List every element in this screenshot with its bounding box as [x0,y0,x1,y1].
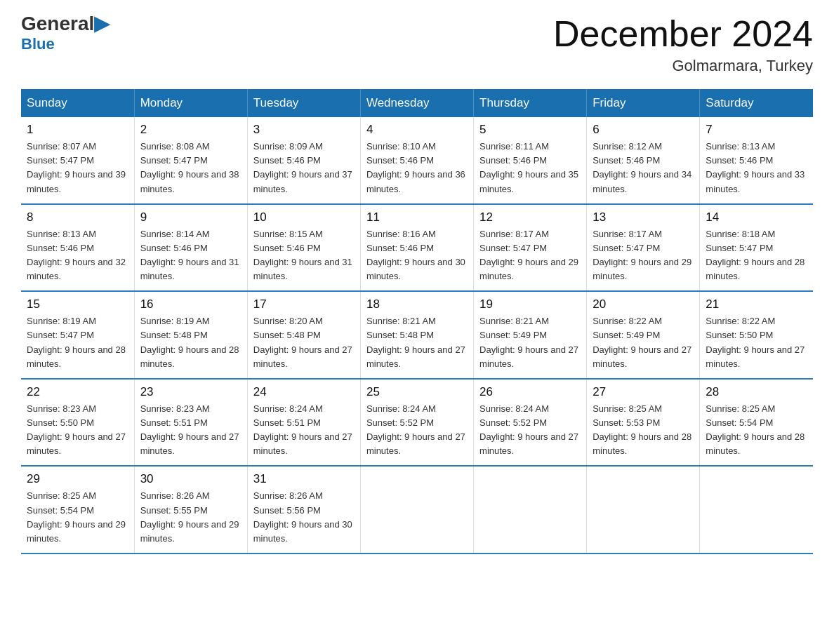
calendar-cell: 4Sunrise: 8:10 AMSunset: 5:46 PMDaylight… [360,117,473,204]
day-info: Sunrise: 8:14 AMSunset: 5:46 PMDaylight:… [140,227,241,284]
day-number: 14 [706,210,807,224]
logo-blue: Blue [21,35,55,53]
day-number: 15 [27,297,128,311]
week-row-5: 29Sunrise: 8:25 AMSunset: 5:54 PMDayligh… [21,466,813,554]
calendar-cell: 13Sunrise: 8:17 AMSunset: 5:47 PMDayligh… [587,204,700,292]
day-number: 4 [366,123,468,137]
header-wednesday: Wednesday [360,89,473,117]
calendar-cell: 25Sunrise: 8:24 AMSunset: 5:52 PMDayligh… [360,379,473,467]
day-number: 19 [479,297,581,311]
day-number: 23 [140,385,241,399]
day-info: Sunrise: 8:15 AMSunset: 5:46 PMDaylight:… [253,227,355,284]
header-friday: Friday [587,89,700,117]
day-number: 3 [253,123,355,137]
day-info: Sunrise: 8:13 AMSunset: 5:46 PMDaylight:… [27,227,128,284]
logo-general: General▶ [21,14,110,34]
logo: General▶ Blue [21,14,110,53]
calendar-cell [700,466,813,554]
day-info: Sunrise: 8:09 AMSunset: 5:46 PMDaylight:… [253,140,355,196]
day-info: Sunrise: 8:13 AMSunset: 5:46 PMDaylight:… [706,140,807,196]
calendar-cell [474,466,587,554]
calendar-table: SundayMondayTuesdayWednesdayThursdayFrid… [21,89,813,554]
day-info: Sunrise: 8:19 AMSunset: 5:48 PMDaylight:… [140,314,241,371]
day-number: 26 [479,385,581,399]
day-number: 24 [253,385,355,399]
week-row-4: 22Sunrise: 8:23 AMSunset: 5:50 PMDayligh… [21,379,813,467]
day-info: Sunrise: 8:21 AMSunset: 5:49 PMDaylight:… [479,314,581,371]
calendar-cell: 11Sunrise: 8:16 AMSunset: 5:46 PMDayligh… [360,204,473,292]
day-number: 18 [366,297,468,311]
calendar-cell: 8Sunrise: 8:13 AMSunset: 5:46 PMDaylight… [21,204,134,292]
day-number: 7 [706,123,807,137]
header-saturday: Saturday [700,89,813,117]
day-info: Sunrise: 8:17 AMSunset: 5:47 PMDaylight:… [593,227,694,284]
calendar-cell: 19Sunrise: 8:21 AMSunset: 5:49 PMDayligh… [474,291,587,379]
calendar-cell: 27Sunrise: 8:25 AMSunset: 5:53 PMDayligh… [587,379,700,467]
day-number: 8 [27,210,128,224]
day-info: Sunrise: 8:22 AMSunset: 5:50 PMDaylight:… [706,314,807,371]
day-number: 21 [706,297,807,311]
header-monday: Monday [134,89,247,117]
day-info: Sunrise: 8:25 AMSunset: 5:54 PMDaylight:… [706,402,807,459]
day-info: Sunrise: 8:24 AMSunset: 5:52 PMDaylight:… [479,402,581,459]
day-number: 27 [593,385,694,399]
day-info: Sunrise: 8:12 AMSunset: 5:46 PMDaylight:… [593,140,694,196]
calendar-cell: 14Sunrise: 8:18 AMSunset: 5:47 PMDayligh… [700,204,813,292]
calendar-cell: 16Sunrise: 8:19 AMSunset: 5:48 PMDayligh… [134,291,247,379]
day-number: 9 [140,210,241,224]
day-info: Sunrise: 8:26 AMSunset: 5:55 PMDaylight:… [140,489,241,546]
week-row-1: 1Sunrise: 8:07 AMSunset: 5:47 PMDaylight… [21,117,813,204]
day-number: 30 [140,472,241,486]
day-info: Sunrise: 8:24 AMSunset: 5:51 PMDaylight:… [253,402,355,459]
calendar-cell: 10Sunrise: 8:15 AMSunset: 5:46 PMDayligh… [247,204,360,292]
calendar-subtitle: Golmarmara, Turkey [553,57,813,75]
day-info: Sunrise: 8:11 AMSunset: 5:46 PMDaylight:… [479,140,581,196]
day-info: Sunrise: 8:26 AMSunset: 5:56 PMDaylight:… [253,489,355,546]
calendar-cell: 31Sunrise: 8:26 AMSunset: 5:56 PMDayligh… [247,466,360,554]
calendar-cell: 7Sunrise: 8:13 AMSunset: 5:46 PMDaylight… [700,117,813,204]
day-number: 6 [593,123,694,137]
header-thursday: Thursday [474,89,587,117]
day-info: Sunrise: 8:07 AMSunset: 5:47 PMDaylight:… [27,140,128,196]
title-section: December 2024 Golmarmara, Turkey [553,14,813,75]
day-number: 13 [593,210,694,224]
day-info: Sunrise: 8:10 AMSunset: 5:46 PMDaylight:… [366,140,468,196]
day-number: 5 [479,123,581,137]
calendar-cell [360,466,473,554]
day-info: Sunrise: 8:18 AMSunset: 5:47 PMDaylight:… [706,227,807,284]
calendar-cell [587,466,700,554]
calendar-cell: 6Sunrise: 8:12 AMSunset: 5:46 PMDaylight… [587,117,700,204]
day-info: Sunrise: 8:25 AMSunset: 5:54 PMDaylight:… [27,489,128,546]
calendar-cell: 28Sunrise: 8:25 AMSunset: 5:54 PMDayligh… [700,379,813,467]
header-sunday: Sunday [21,89,134,117]
day-info: Sunrise: 8:23 AMSunset: 5:51 PMDaylight:… [140,402,241,459]
day-number: 31 [253,472,355,486]
calendar-cell: 17Sunrise: 8:20 AMSunset: 5:48 PMDayligh… [247,291,360,379]
calendar-cell: 5Sunrise: 8:11 AMSunset: 5:46 PMDaylight… [474,117,587,204]
day-number: 17 [253,297,355,311]
calendar-cell: 21Sunrise: 8:22 AMSunset: 5:50 PMDayligh… [700,291,813,379]
day-number: 20 [593,297,694,311]
calendar-cell: 22Sunrise: 8:23 AMSunset: 5:50 PMDayligh… [21,379,134,467]
calendar-header: SundayMondayTuesdayWednesdayThursdayFrid… [21,89,813,117]
day-info: Sunrise: 8:25 AMSunset: 5:53 PMDaylight:… [593,402,694,459]
day-info: Sunrise: 8:23 AMSunset: 5:50 PMDaylight:… [27,402,128,459]
calendar-cell: 26Sunrise: 8:24 AMSunset: 5:52 PMDayligh… [474,379,587,467]
calendar-cell: 3Sunrise: 8:09 AMSunset: 5:46 PMDaylight… [247,117,360,204]
day-info: Sunrise: 8:20 AMSunset: 5:48 PMDaylight:… [253,314,355,371]
day-number: 12 [479,210,581,224]
day-info: Sunrise: 8:17 AMSunset: 5:47 PMDaylight:… [479,227,581,284]
day-number: 2 [140,123,241,137]
day-info: Sunrise: 8:08 AMSunset: 5:47 PMDaylight:… [140,140,241,196]
calendar-cell: 29Sunrise: 8:25 AMSunset: 5:54 PMDayligh… [21,466,134,554]
page-header: General▶ Blue December 2024 Golmarmara, … [21,14,813,75]
calendar-body: 1Sunrise: 8:07 AMSunset: 5:47 PMDaylight… [21,117,813,554]
day-info: Sunrise: 8:21 AMSunset: 5:48 PMDaylight:… [366,314,468,371]
calendar-cell: 12Sunrise: 8:17 AMSunset: 5:47 PMDayligh… [474,204,587,292]
day-number: 25 [366,385,468,399]
header-tuesday: Tuesday [247,89,360,117]
day-number: 22 [27,385,128,399]
day-number: 29 [27,472,128,486]
calendar-cell: 9Sunrise: 8:14 AMSunset: 5:46 PMDaylight… [134,204,247,292]
day-info: Sunrise: 8:22 AMSunset: 5:49 PMDaylight:… [593,314,694,371]
